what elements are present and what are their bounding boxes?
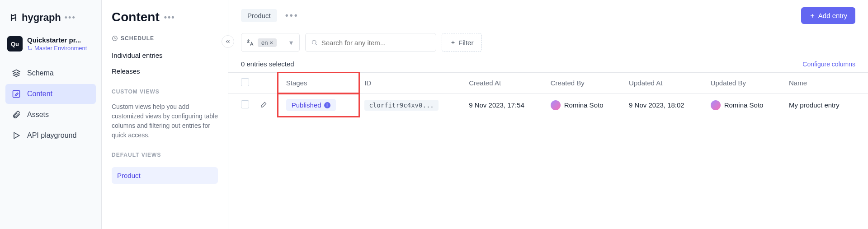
- selection-count: 0 entries selected: [241, 60, 294, 68]
- project-avatar: Qu: [7, 36, 23, 51]
- select-all-checkbox[interactable]: [241, 78, 249, 86]
- filter-button[interactable]: Filter: [442, 33, 482, 52]
- col-header-name[interactable]: Name: [783, 73, 868, 93]
- collapse-sidebar-button[interactable]: [222, 35, 234, 48]
- search-field[interactable]: [321, 39, 430, 47]
- toolbar: en × ▾ Filter: [228, 26, 868, 56]
- search-icon: [311, 39, 318, 46]
- col-header-id[interactable]: ID: [359, 73, 463, 93]
- col-header-created-at[interactable]: Created At: [463, 73, 545, 93]
- created-by-cell: Romina Soto: [551, 100, 618, 110]
- entry-id[interactable]: clorfitr9c4xv0...: [364, 100, 438, 111]
- name-cell: My product entry: [783, 93, 868, 117]
- breadcrumb-more-icon[interactable]: •••: [285, 10, 299, 21]
- user-avatar: [551, 100, 561, 110]
- project-environment[interactable]: Master Environment: [27, 45, 87, 51]
- primary-nav: Schema Content Assets API playground: [0, 61, 101, 148]
- clock-icon: [112, 35, 118, 42]
- default-views-heading: DEFAULT VIEWS: [112, 152, 218, 158]
- chevrons-left-icon: [225, 38, 231, 45]
- play-icon: [12, 131, 21, 140]
- primary-sidebar: hygraph ••• Qu Quickstarter pr... Master…: [0, 0, 102, 229]
- chevron-down-icon[interactable]: ▾: [280, 38, 295, 47]
- main-content: Product ••• Add entry en × ▾: [228, 0, 868, 229]
- layers-icon: [12, 69, 21, 78]
- project-name: Quickstarter pr...: [27, 36, 87, 44]
- section-more-icon[interactable]: •••: [164, 13, 175, 22]
- custom-views-description: Custom views help you add customized vie…: [112, 102, 218, 140]
- edit-row-button[interactable]: [260, 102, 268, 110]
- paperclip-icon: [12, 110, 21, 119]
- col-header-updated-by[interactable]: Updated By: [705, 73, 783, 93]
- table-meta-row: 0 entries selected Configure columns: [228, 56, 868, 72]
- created-at-cell: 9 Nov 2023, 17:54: [463, 93, 545, 117]
- plus-icon: [809, 13, 816, 19]
- entries-table: Stages ID Created At Created By Updated …: [228, 72, 868, 117]
- search-input-wrapper[interactable]: [305, 33, 436, 52]
- info-dot-icon: i: [324, 102, 330, 108]
- view-product[interactable]: Product: [112, 167, 218, 184]
- configure-columns-link[interactable]: Configure columns: [802, 61, 855, 68]
- section-title: Content •••: [112, 10, 218, 24]
- topbar: Product ••• Add entry: [228, 0, 868, 26]
- brand-name: hygraph: [22, 12, 61, 23]
- brand-more-icon[interactable]: •••: [65, 13, 76, 23]
- col-header-updated-at[interactable]: Updated At: [623, 73, 705, 93]
- edit-square-icon: [12, 89, 21, 98]
- table-row[interactable]: Published i clorfitr9c4xv0... 9 Nov 2023…: [228, 93, 868, 117]
- row-checkbox[interactable]: [241, 100, 249, 108]
- col-header-stages[interactable]: Stages: [283, 79, 354, 87]
- updated-by-cell: Romina Soto: [711, 100, 778, 110]
- breadcrumb: Product •••: [241, 9, 299, 22]
- brand-logo-icon: [9, 13, 18, 22]
- custom-views-heading: CUSTOM VIEWS: [112, 89, 218, 95]
- nav-assets[interactable]: Assets: [5, 105, 96, 125]
- link-releases[interactable]: Releases: [112, 65, 218, 77]
- col-header-created-by[interactable]: Created By: [545, 73, 623, 93]
- project-selector[interactable]: Qu Quickstarter pr... Master Environment: [0, 33, 101, 61]
- plus-icon: [450, 40, 456, 45]
- brand: hygraph •••: [0, 7, 101, 33]
- user-avatar: [711, 100, 721, 110]
- schedule-heading: SCHEDULE: [112, 35, 218, 42]
- locale-selector[interactable]: en × ▾: [241, 33, 300, 52]
- stage-badge[interactable]: Published i: [286, 99, 336, 111]
- nav-api-playground[interactable]: API playground: [5, 126, 96, 145]
- updated-at-cell: 9 Nov 2023, 18:02: [623, 93, 705, 117]
- remove-locale-icon[interactable]: ×: [269, 39, 273, 46]
- breadcrumb-model[interactable]: Product: [241, 9, 277, 22]
- pencil-icon: [260, 100, 268, 108]
- nav-schema[interactable]: Schema: [5, 63, 96, 83]
- secondary-sidebar: Content ••• SCHEDULE Individual entries …: [102, 0, 228, 229]
- link-individual-entries[interactable]: Individual entries: [112, 50, 218, 61]
- add-entry-button[interactable]: Add entry: [801, 7, 855, 24]
- branch-icon: [27, 46, 33, 51]
- nav-content[interactable]: Content: [5, 84, 96, 104]
- table-header-row: Stages ID Created At Created By Updated …: [228, 73, 868, 93]
- locale-chip[interactable]: en ×: [258, 38, 277, 47]
- translate-icon: [246, 38, 254, 47]
- svg-point-2: [312, 40, 316, 44]
